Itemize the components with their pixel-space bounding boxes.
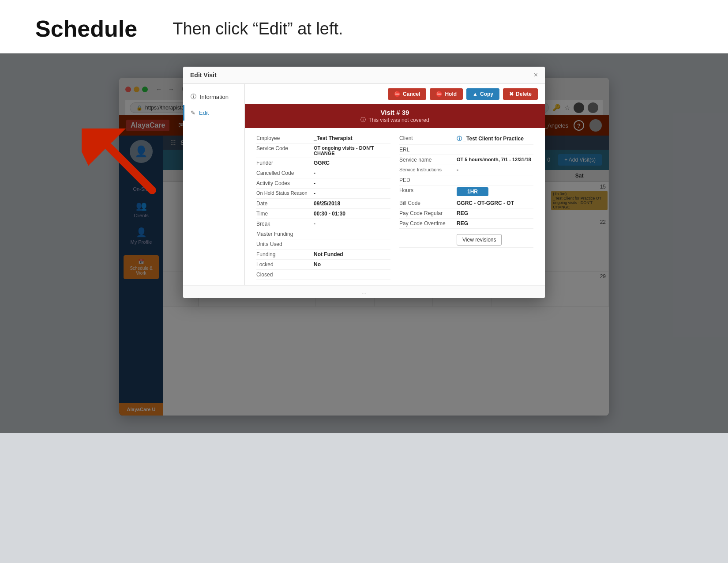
erl-label: ERL — [399, 147, 457, 153]
date-label: Date — [256, 200, 314, 207]
service-code-row: Service Code OT ongoing visits - DON'T C… — [256, 144, 390, 158]
break-label: Break — [256, 221, 314, 227]
modal-overlay: Edit Visit × ⓘ Information — [119, 115, 609, 416]
date-row: Date 09/25/2018 — [256, 199, 390, 209]
ped-row: PED — [399, 175, 533, 185]
view-revisions-btn[interactable]: View revisions — [457, 234, 502, 246]
on-hold-value: - — [314, 190, 315, 196]
bill-code-label: Bill Code — [399, 200, 457, 206]
browser-content-wrapper: ← → ↻ Operation Dashboard × + — [0, 53, 728, 433]
visit-details: Employee _Test Therapist Service Code OT… — [245, 128, 545, 285]
service-instructions-label: Service Instructions — [399, 167, 457, 173]
client-label: Client — [399, 135, 457, 143]
app-layout: AlayaCare ✉ AlayaCare 23:07 America/Los_… — [119, 115, 609, 416]
pay-code-overtime-label: Pay Code Overtime — [399, 220, 457, 227]
service-code-value: OT ongoing visits - DON'T CHANGE — [314, 145, 390, 156]
client-row: Client ⓘ _Test Client for Practice — [399, 133, 533, 145]
funder-row: Funder GGRC — [256, 158, 390, 168]
activity-codes-label: Activity Codes — [256, 180, 314, 186]
funder-value: GGRC — [314, 160, 330, 166]
instruction-text: Then click “Edit” at left. — [173, 19, 343, 38]
modal-main: ⛔ Cancel ⛔ Hold ▲ Copy — [245, 115, 545, 285]
visit-warning: ⓘ This visit was not covered — [249, 116, 540, 124]
employee-row: Employee _Test Therapist — [256, 133, 390, 144]
date-value: 09/25/2018 — [314, 200, 340, 207]
pay-code-overtime-value: REG — [457, 220, 468, 227]
service-code-label: Service Code — [256, 145, 314, 156]
cancelled-code-row: Cancelled Code - — [256, 168, 390, 178]
time-value: 00:30 - 01:30 — [314, 211, 345, 217]
detail-col-right: Client ⓘ _Test Client for Practice ERL — [395, 133, 538, 280]
client-value: ⓘ _Test Client for Practice — [457, 135, 524, 143]
closed-label: Closed — [256, 272, 314, 278]
hours-label: Hours — [399, 187, 457, 196]
bill-code-value: GGRC - OT-GGRC - OT — [457, 200, 514, 206]
pay-code-regular-row: Pay Code Regular REG — [399, 208, 533, 219]
modal-resize-handle: … — [183, 285, 545, 298]
break-row: Break - — [256, 219, 390, 229]
hours-row: Hours 1HR — [399, 185, 533, 198]
activity-codes-row: Activity Codes - — [256, 178, 390, 189]
funding-row: Funding Not Funded — [256, 249, 390, 260]
edit-visit-modal: Edit Visit × ⓘ Information — [183, 115, 545, 298]
top-section: Schedule Then click “Edit” at left. — [0, 0, 728, 53]
service-name-value: OT 5 hours/month, 7/1 - 12/31/18 — [457, 157, 531, 163]
activity-codes-value: - — [314, 180, 315, 186]
funder-label: Funder — [256, 160, 314, 166]
employee-value: _Test Therapist — [314, 135, 353, 141]
master-funding-row: Master Funding — [256, 229, 390, 239]
bill-code-row: Bill Code GGRC - OT-GGRC - OT — [399, 198, 533, 208]
service-instructions-value: - — [457, 167, 458, 173]
on-hold-label: On Hold Status Reason — [256, 190, 314, 196]
visit-warning-text: This visit was not covered — [368, 117, 429, 123]
funding-value: Not Funded — [314, 251, 343, 257]
erl-row: ERL — [399, 145, 533, 155]
modal-body: ⓘ Information ✎ Edit — [183, 115, 545, 285]
pay-code-overtime-row: Pay Code Overtime REG — [399, 219, 533, 229]
ped-label: PED — [399, 177, 457, 183]
funding-label: Funding — [256, 251, 314, 257]
cancelled-code-label: Cancelled Code — [256, 170, 314, 176]
pay-code-regular-value: REG — [457, 210, 468, 216]
units-used-label: Units Used — [256, 241, 314, 247]
service-name-row: Service name OT 5 hours/month, 7/1 - 12/… — [399, 155, 533, 165]
locked-row: Locked No — [256, 260, 390, 270]
detail-col-left: Employee _Test Therapist Service Code OT… — [252, 133, 395, 280]
service-name-label: Service name — [399, 157, 457, 163]
time-row: Time 00:30 - 01:30 — [256, 209, 390, 219]
service-instructions-row: Service Instructions - — [399, 165, 533, 175]
master-funding-label: Master Funding — [256, 231, 314, 237]
view-revisions-row: View revisions — [399, 229, 533, 248]
modal-nav-edit[interactable]: ✎ Edit — [183, 115, 244, 121]
time-label: Time — [256, 211, 314, 217]
cancelled-code-value: - — [314, 170, 315, 176]
warning-icon: ⓘ — [360, 116, 366, 124]
brand-title: Schedule — [35, 15, 137, 42]
visit-header: Visit # 39 ⓘ This visit was not covered — [245, 115, 545, 128]
pay-code-regular-label: Pay Code Regular — [399, 210, 457, 216]
modal-left-panel: ⓘ Information ✎ Edit — [183, 115, 245, 285]
break-value: - — [314, 221, 315, 227]
resize-dots: … — [361, 289, 367, 295]
edit-icon: ✎ — [191, 115, 195, 116]
client-info-icon: ⓘ — [457, 136, 462, 142]
locked-label: Locked — [256, 261, 314, 268]
employee-label: Employee — [256, 135, 314, 141]
view-revisions-spacer — [399, 230, 457, 246]
hours-badge: 1HR — [457, 187, 488, 196]
browser-window: ← → ↻ Operation Dashboard × + — [119, 78, 609, 416]
closed-row: Closed — [256, 270, 390, 280]
page-wrapper: Schedule Then click “Edit” at left. — [0, 0, 728, 563]
locked-value: No — [314, 261, 321, 268]
on-hold-row: On Hold Status Reason - — [256, 189, 390, 199]
units-used-row: Units Used — [256, 239, 390, 249]
modal-nav-edit-label: Edit — [199, 115, 209, 116]
